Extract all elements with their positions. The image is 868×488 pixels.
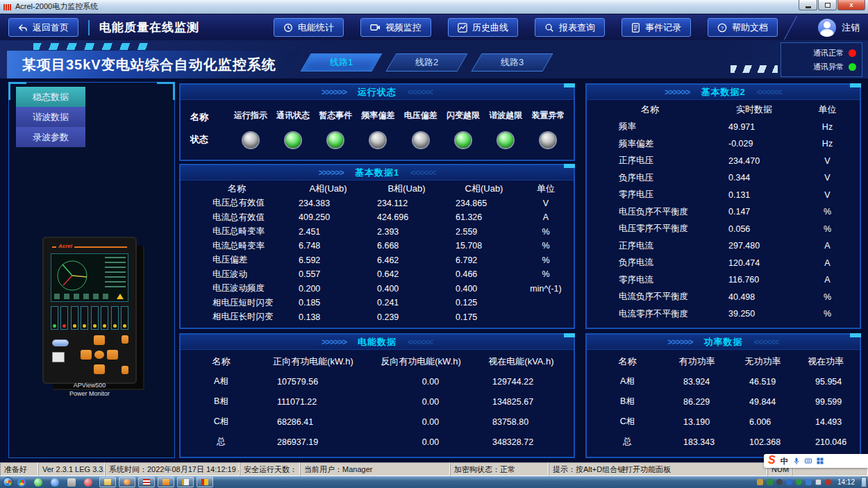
table-header: 名称 实时数据 单位 bbox=[591, 101, 856, 119]
line-tab[interactable]: 线路3 bbox=[471, 53, 553, 71]
chrome-icon[interactable] bbox=[17, 478, 26, 487]
status-led bbox=[370, 133, 385, 148]
legend-abnormal-dot bbox=[849, 63, 856, 71]
nav-button-help-doc[interactable]: ? 帮助文档 bbox=[708, 18, 778, 37]
back-home-button[interactable]: 返回首页 bbox=[8, 18, 78, 37]
table-row: 电压波动 0.557 0.642 0.466 % bbox=[185, 267, 569, 282]
svg-text:?: ? bbox=[721, 24, 724, 31]
line-tab[interactable]: 线路1 bbox=[300, 53, 382, 71]
device-usb-port bbox=[52, 339, 69, 346]
minimize-button[interactable] bbox=[799, 0, 817, 10]
status-system-time: 系统时间：2022年08月17日 14:12:19 星期三 bbox=[105, 462, 240, 476]
table-header: 名称 A相(Uab) B相(Uab) C相(Uab) 单位 bbox=[185, 182, 569, 196]
power-data-header: >>>>>> 功率数据 <<<<<< bbox=[587, 335, 860, 350]
nav-button-video-monitor[interactable]: 视频监控 bbox=[360, 18, 431, 37]
status-indicator-label: 装置异常 bbox=[531, 110, 565, 121]
tray-shield-icon[interactable] bbox=[796, 479, 802, 485]
status-led bbox=[498, 133, 513, 148]
app-icon-red[interactable] bbox=[84, 478, 92, 487]
mic-icon[interactable] bbox=[793, 457, 800, 464]
top-navbar: 返回首页 电能质量在线监测 电能统计 视频监控 历史曲线 报表查询 bbox=[0, 15, 868, 40]
sogou-lang-mode[interactable]: 中 bbox=[781, 456, 788, 466]
table-row: 负序电流 120.474 A bbox=[591, 255, 856, 272]
line-tab[interactable]: 线路2 bbox=[385, 53, 467, 71]
station-title-block: 某项目35kV变电站综合自动化监控系统 bbox=[7, 51, 302, 78]
tray-icon-3[interactable] bbox=[776, 479, 783, 485]
tray-bluetooth-icon[interactable] bbox=[786, 479, 792, 485]
tray-volume-icon[interactable] bbox=[825, 479, 831, 485]
close-button[interactable]: x bbox=[837, 0, 865, 10]
back-home-label: 返回首页 bbox=[33, 22, 69, 34]
nav-button-event-record[interactable]: 事件记录 bbox=[621, 18, 691, 37]
taskbar-firefox[interactable] bbox=[119, 477, 135, 487]
nav-button-report-query[interactable]: 报表查询 bbox=[535, 18, 605, 37]
legend-row-normal: 通讯正常 bbox=[781, 48, 856, 58]
messenger-icon[interactable] bbox=[34, 478, 42, 487]
logout-label: 注销 bbox=[842, 22, 860, 34]
taskbar-acrel-app[interactable] bbox=[138, 477, 155, 487]
status-indicator: 频率偏差 bbox=[357, 103, 399, 158]
sogou-input-bar: S 中 bbox=[764, 454, 868, 468]
logout-button[interactable]: 注销 bbox=[818, 19, 860, 37]
table-header: 名称 正向有功电能(kW.h) 反向有功电能(kW.h) 视在电能(kVA.h) bbox=[185, 351, 569, 371]
taskbar-app-editor[interactable] bbox=[177, 477, 194, 487]
table-row: C相 68286.41 0.00 83758.80 bbox=[185, 412, 569, 432]
sidebar-item[interactable]: 录波参数 bbox=[16, 127, 85, 147]
nav-button-label: 帮助文档 bbox=[732, 22, 768, 34]
taskbar-clock[interactable]: 14:12 bbox=[837, 478, 855, 486]
deco-right: <<<<<< bbox=[408, 87, 433, 97]
aero-peek-button[interactable] bbox=[861, 477, 867, 487]
close-icon: x bbox=[849, 2, 853, 8]
nav-divider bbox=[88, 20, 90, 35]
nav-diagonal-divider bbox=[784, 16, 820, 40]
tray-icon-2[interactable] bbox=[767, 479, 773, 485]
toolbox-icon[interactable] bbox=[817, 457, 824, 464]
app-icon-gray[interactable] bbox=[67, 478, 76, 487]
energy-data-header: >>>>>> 电能数据 <<<<<< bbox=[181, 335, 574, 350]
power-data-title: 功率数据 bbox=[704, 336, 743, 348]
table-row: 频率 49.971 Hz bbox=[591, 119, 856, 136]
tray-icon-4[interactable] bbox=[806, 479, 812, 485]
sidebar-item[interactable]: 稳态数据 bbox=[16, 87, 85, 107]
nav-button-label: 电能统计 bbox=[298, 22, 334, 34]
deco-right: <<<<<< bbox=[754, 337, 779, 347]
table-row: B相 111071.22 0.00 134825.67 bbox=[185, 392, 569, 412]
status-safe-days: 安全运行天数： 80 bbox=[240, 462, 300, 476]
ie-icon[interactable] bbox=[51, 478, 59, 487]
device-keypad bbox=[76, 335, 130, 374]
status-led bbox=[456, 133, 471, 148]
table-row: 零序电压 0.131 V bbox=[591, 187, 856, 204]
sogou-logo[interactable]: S bbox=[768, 454, 776, 466]
comm-status-legend: 通讯正常 通讯异常 bbox=[781, 42, 862, 77]
tray-icon-1[interactable] bbox=[757, 479, 763, 485]
curve-chart-icon bbox=[458, 23, 467, 33]
table-row: 总 183.343 102.368 210.046 bbox=[591, 432, 856, 452]
taskbar-app-orange[interactable] bbox=[158, 477, 174, 487]
taskbar-explorer[interactable] bbox=[99, 477, 116, 487]
table-row: C相 13.190 6.006 14.493 bbox=[591, 412, 856, 432]
deco-left: >>>>>> bbox=[322, 87, 347, 97]
run-status-name-label: 名称 bbox=[190, 111, 229, 124]
legend-slashes-deco bbox=[731, 65, 778, 73]
energy-data-title: 电能数据 bbox=[358, 336, 397, 348]
status-indicator-label: 暂态事件 bbox=[319, 110, 352, 121]
restore-icon bbox=[825, 3, 831, 8]
table-row: 电压总有效值 234.383 234.112 234.865 V bbox=[185, 196, 569, 211]
video-camera-icon bbox=[370, 23, 381, 32]
basic-data2-header: >>>>>> 基本数据2 <<<<<< bbox=[587, 85, 860, 100]
tray-network-icon[interactable] bbox=[815, 479, 821, 485]
start-button[interactable] bbox=[3, 477, 13, 487]
basic-data2-panel: >>>>>> 基本数据2 <<<<<< 名称 实时数据 单位 频率 49.971… bbox=[585, 83, 861, 329]
search-icon bbox=[544, 23, 554, 33]
status-led bbox=[328, 133, 343, 148]
line-tabs: 线路1 线路2 线路3 bbox=[306, 53, 548, 71]
restore-button[interactable] bbox=[818, 0, 837, 10]
nav-button-history-curve[interactable]: 历史曲线 bbox=[448, 18, 518, 37]
device-screen bbox=[51, 253, 128, 302]
keyboard-icon[interactable] bbox=[805, 457, 812, 464]
sidebar-item[interactable]: 谐波数据 bbox=[16, 107, 85, 127]
taskbar-app-media[interactable] bbox=[197, 477, 213, 487]
status-indicator-label: 闪变越限 bbox=[446, 110, 480, 121]
table-row: 电流零序不平衡度 39.250 % bbox=[591, 305, 856, 323]
nav-button-energy-statistics[interactable]: 电能统计 bbox=[274, 18, 344, 37]
